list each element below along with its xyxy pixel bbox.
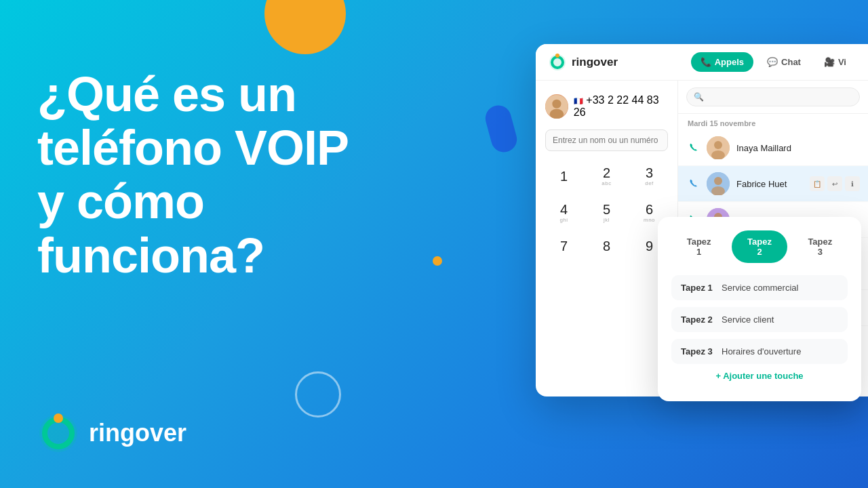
tab-appels-label: Appels [715, 57, 744, 67]
logo-text: ringover [89, 419, 186, 447]
key-number: 6 [646, 203, 653, 216]
app-header: ringover 📞 Appels 💬 Chat 🎥 Vi [536, 44, 868, 81]
tab-appels[interactable]: 📞 Appels [691, 52, 753, 72]
call-type-icon [686, 141, 700, 155]
ivr-row[interactable]: Tapez 1 Service commercial [671, 275, 848, 300]
ivr-tab-tapez-3[interactable]: Tapez 3 [793, 230, 848, 263]
action-icons: 📋 ↩ ℹ [810, 176, 860, 191]
chat-search-input[interactable] [686, 87, 860, 106]
ivr-menu: Tapez 1Tapez 2Tapez 3 Tapez 1 Service co… [658, 217, 861, 401]
contact-name: Inaya Maillard [736, 143, 860, 153]
ivr-key: Tapez 1 [681, 283, 713, 293]
headline-block: ¿Qué es un teléfono VOIP y cómo funciona… [37, 68, 498, 283]
contact-row[interactable]: Inaya Maillard [678, 130, 868, 166]
svg-point-10 [714, 141, 722, 149]
tab-video-label: Vi [838, 57, 846, 67]
info-icon[interactable]: ℹ [845, 176, 860, 191]
contact-avatar [707, 136, 730, 159]
key-letters: ghi [559, 217, 568, 223]
keypad-key-7[interactable]: 7 [545, 234, 583, 259]
background: ¿Qué es un teléfono VOIP y cómo funciona… [0, 0, 868, 488]
keypad: 1 2 abc3 def4 ghi5 jkl6 mno7 8 9 [545, 161, 668, 259]
decorative-circle-outline [295, 371, 341, 418]
svg-point-13 [714, 177, 722, 185]
ivr-key: Tapez 3 [681, 346, 713, 357]
brand-name: ringover [572, 56, 618, 69]
ivr-tab-tapez-1[interactable]: Tapez 1 [671, 230, 726, 263]
contact-avatar [707, 172, 730, 195]
key-number: 5 [603, 203, 610, 216]
caller-info: 🇫🇷 +33 2 22 44 83 26 [545, 90, 668, 123]
key-letters: mno [644, 217, 655, 223]
video-icon: 🎥 [824, 57, 835, 67]
ivr-label: Service commercial [722, 283, 798, 293]
ivr-rows: Tapez 1 Service commercialTapez 2 Servic… [671, 275, 848, 364]
ivr-label: Horaires d'ouverture [722, 346, 801, 357]
svg-point-7 [552, 100, 561, 108]
ivr-add-button[interactable]: + Ajouter une touche [671, 364, 848, 388]
key-letters: def [645, 180, 654, 186]
tab-video[interactable]: 🎥 Vi [814, 52, 856, 72]
key-number: 3 [646, 166, 653, 180]
brand-icon [548, 53, 567, 72]
ivr-tabs: Tapez 1Tapez 2Tapez 3 [671, 230, 848, 263]
caller-avatar [545, 94, 568, 119]
decorative-orange-circle [264, 0, 346, 54]
logo-area: ringover [37, 412, 186, 454]
nav-tabs: 📞 Appels 💬 Chat 🎥 Vi [691, 52, 856, 72]
key-letters: abc [601, 180, 611, 186]
call-type-icon [686, 177, 700, 190]
chat-search-area [678, 81, 868, 114]
keypad-key-3[interactable]: 3 def [631, 161, 668, 192]
ivr-row[interactable]: Tapez 3 Horaires d'ouverture [671, 339, 848, 364]
phone-number: +33 2 22 44 83 26 [574, 94, 659, 118]
key-number: 9 [646, 239, 653, 253]
tab-chat[interactable]: 💬 Chat [757, 52, 810, 72]
ivr-row[interactable]: Tapez 2 Service client [671, 307, 848, 332]
key-letters: jkl [604, 217, 610, 223]
reply-icon[interactable]: ↩ [827, 176, 842, 191]
date-label: Mardi 15 novembre [678, 114, 868, 130]
dialer-search-input[interactable] [545, 129, 668, 151]
flag-france: 🇫🇷 [574, 97, 583, 106]
contact-name: Fabrice Huet [736, 179, 803, 189]
key-number: 8 [603, 239, 610, 253]
key-number: 4 [560, 203, 568, 216]
key-number: 2 [603, 166, 610, 180]
dialer-panel: 🇫🇷 +33 2 22 44 83 26 1 2 abc3 def4 ghi5 … [536, 81, 678, 395]
note-icon[interactable]: 📋 [810, 176, 825, 191]
headline-text: ¿Qué es un teléfono VOIP y cómo funciona… [37, 68, 498, 283]
keypad-key-5[interactable]: 5 jkl [588, 197, 625, 228]
key-number: 1 [560, 169, 568, 183]
keypad-key-4[interactable]: 4 ghi [545, 197, 583, 228]
ringover-logo-icon [37, 412, 79, 454]
ivr-tab-tapez-2[interactable]: Tapez 2 [732, 230, 787, 263]
keypad-key-1[interactable]: 1 [545, 161, 583, 192]
svg-point-2 [54, 413, 63, 423]
caller-number: 🇫🇷 +33 2 22 44 83 26 [574, 94, 668, 119]
chat-icon: 💬 [767, 57, 778, 67]
svg-point-5 [555, 54, 559, 58]
key-number: 7 [560, 239, 568, 253]
phone-icon: 📞 [701, 57, 711, 67]
ivr-key: Tapez 2 [681, 314, 713, 325]
tab-chat-label: Chat [781, 57, 801, 67]
contact-row[interactable]: Fabrice Huet 📋 ↩ ℹ [678, 166, 868, 202]
ivr-label: Service client [722, 314, 774, 325]
keypad-key-2[interactable]: 2 abc [588, 161, 625, 192]
brand-area: ringover [548, 53, 686, 72]
keypad-key-8[interactable]: 8 [588, 234, 625, 259]
